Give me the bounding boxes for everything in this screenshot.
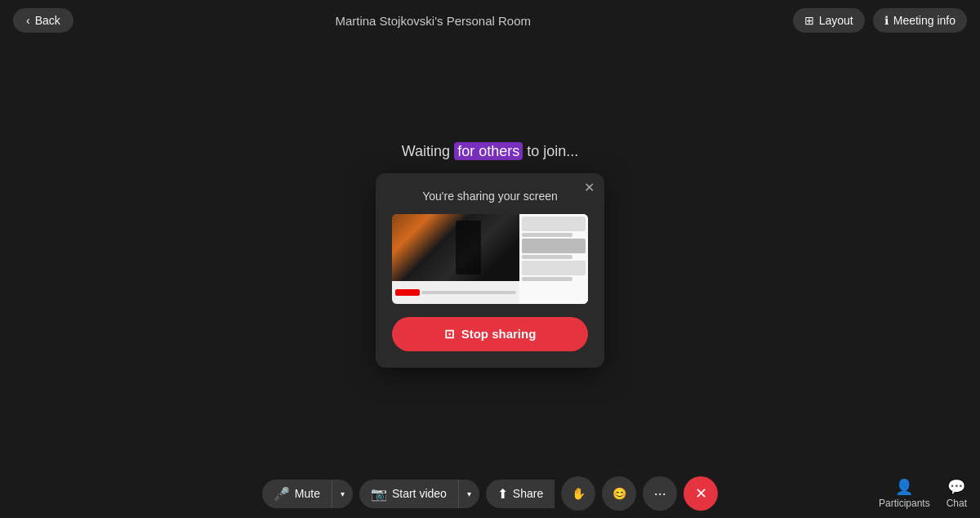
share-group: ⬆ Share	[486, 480, 555, 508]
waiting-before: Waiting	[402, 143, 454, 159]
more-button[interactable]: ···	[643, 476, 677, 511]
preview-figure	[456, 221, 481, 275]
screen-share-card: ✕ You're sharing your screen	[376, 173, 604, 368]
header-actions: ⊞ Layout ℹ Meeting info	[793, 8, 967, 33]
main-area: Waiting for others to join... ✕ You're s…	[0, 41, 980, 469]
mute-button[interactable]: 🎤 Mute	[262, 480, 332, 508]
back-button[interactable]: ‹ Back	[13, 8, 74, 33]
share-icon: ⬆	[497, 486, 508, 502]
preview-control-bar	[392, 281, 519, 304]
start-video-button[interactable]: 📷 Start video	[359, 480, 458, 508]
share-button[interactable]: ⬆ Share	[486, 480, 555, 508]
stop-sharing-button[interactable]: ⊡ Stop sharing	[392, 317, 588, 351]
video-group: 📷 Start video ▾	[359, 480, 479, 508]
mute-chevron-icon: ▾	[341, 489, 345, 498]
share-label: Share	[513, 487, 543, 500]
back-arrow-icon: ‹	[26, 14, 30, 27]
back-label: Back	[35, 14, 60, 27]
video-dropdown[interactable]: ▾	[458, 480, 479, 508]
toolbar-center: 🎤 Mute ▾ 📷 Start video ▾ ⬆ Share ✋	[262, 476, 718, 511]
preview-bar-gray	[421, 291, 516, 294]
preview-text-2	[522, 255, 572, 259]
header-title: Martina Stojkovski's Personal Room	[335, 14, 531, 28]
mute-dropdown[interactable]: ▾	[332, 480, 353, 508]
preview-video-area	[392, 214, 519, 304]
mic-icon: 🎤	[274, 486, 290, 502]
more-icon: ···	[654, 485, 666, 502]
waiting-message: Waiting for others to join...	[402, 143, 578, 160]
layout-icon: ⊞	[804, 14, 814, 27]
meeting-info-label: Meeting info	[893, 14, 956, 27]
preview-text-1	[522, 233, 572, 237]
screen-preview	[392, 214, 588, 304]
raise-hand-button[interactable]: ✋	[561, 476, 595, 511]
participants-label: Participants	[879, 498, 930, 509]
end-call-button[interactable]: ✕	[684, 476, 718, 511]
participants-button[interactable]: 👤 Participants	[879, 478, 930, 509]
reactions-icon: 😊	[612, 487, 626, 500]
reactions-button[interactable]: 😊	[602, 476, 636, 511]
waiting-highlight: for others	[454, 142, 523, 160]
preview-thumb-1	[522, 217, 586, 231]
end-call-icon: ✕	[695, 485, 707, 502]
preview-video-bg	[392, 214, 519, 282]
meeting-info-button[interactable]: ℹ Meeting info	[873, 8, 967, 33]
preview-content	[392, 214, 588, 304]
mute-group: 🎤 Mute ▾	[262, 480, 353, 508]
stop-sharing-label: Stop sharing	[461, 327, 537, 341]
preview-thumb-3	[522, 261, 586, 275]
layout-button[interactable]: ⊞ Layout	[793, 8, 865, 33]
card-title: You're sharing your screen	[392, 190, 588, 203]
info-icon: ℹ	[884, 14, 889, 27]
start-video-label: Start video	[392, 487, 447, 500]
preview-text-3	[522, 277, 572, 281]
card-close-button[interactable]: ✕	[584, 181, 595, 194]
waiting-after: to join...	[523, 143, 578, 159]
preview-thumb-2	[522, 239, 586, 253]
stop-sharing-icon: ⊡	[444, 327, 455, 342]
video-chevron-icon: ▾	[467, 489, 471, 498]
toolbar-right: 👤 Participants 💬 Chat	[724, 478, 967, 509]
preview-sidebar	[519, 214, 588, 304]
layout-label: Layout	[819, 14, 853, 27]
chat-icon: 💬	[947, 478, 965, 496]
toolbar: 🎤 Mute ▾ 📷 Start video ▾ ⬆ Share ✋	[0, 469, 980, 518]
preview-bar-red	[395, 289, 420, 296]
participants-icon: 👤	[895, 478, 913, 496]
mute-label: Mute	[295, 487, 320, 500]
chat-button[interactable]: 💬 Chat	[947, 478, 967, 509]
chat-label: Chat	[947, 498, 967, 509]
header: ‹ Back Martina Stojkovski's Personal Roo…	[0, 0, 980, 41]
video-off-icon: 📷	[371, 486, 387, 502]
raise-hand-icon: ✋	[572, 487, 586, 500]
